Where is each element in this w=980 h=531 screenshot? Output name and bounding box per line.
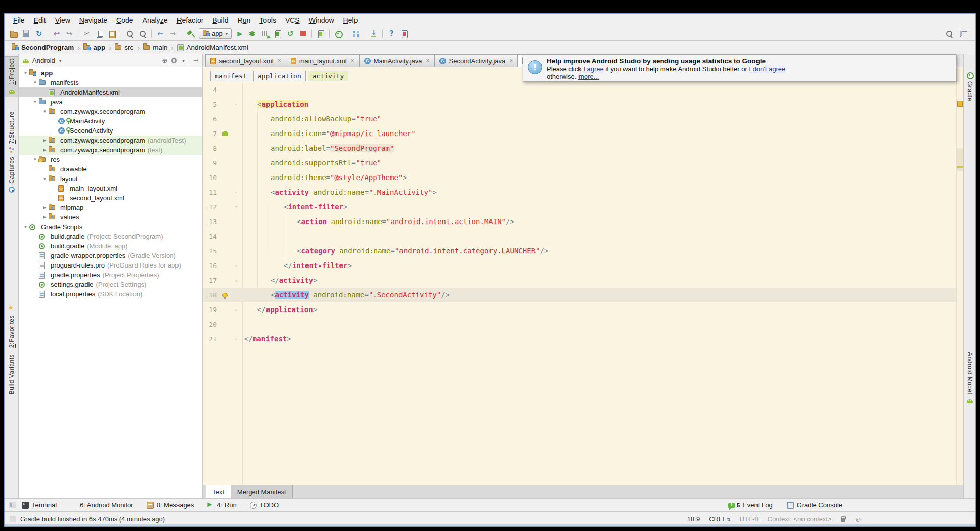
tree-item-drawable[interactable]: drawable [19,164,202,174]
editor-tab-mainactivity-java[interactable]: MainActivity.java× [359,54,435,67]
tree-chevron-icon[interactable]: ▶ [41,138,49,143]
error-stripe[interactable] [956,67,963,485]
fold-marker[interactable]: ▵ [232,258,241,273]
menu-item-edit[interactable]: Edit [29,15,51,26]
sdk-button[interactable] [368,28,380,40]
fold-marker[interactable]: ▵ [232,302,241,317]
sync-button[interactable] [33,28,45,40]
view-tab-merged-manifest[interactable]: Merged Manifest [231,485,293,498]
tree-item-settings-gradle-project-settings[interactable]: settings.gradle(Project Settings) [19,280,202,289]
fold-marker[interactable]: ▵ [232,273,241,288]
back-button[interactable] [154,28,166,40]
tool-window-6-android-monitor[interactable]: 6: Android Monitor [70,501,133,509]
notification-link-i-don-t-agree[interactable]: I don't agree [749,65,785,73]
xml-crumb-application[interactable]: application [253,71,306,81]
device-button[interactable] [398,28,410,40]
breadcrumb-secondprogram[interactable]: SecondProgram [10,43,76,51]
view-tab-text[interactable]: Text [206,485,231,498]
fold-marker[interactable]: ▿ [232,97,241,112]
collapse-all-icon[interactable]: ⊣ [193,57,199,64]
tool-window-0-messages[interactable]: 0: Messages [147,501,194,509]
breadcrumb-src[interactable]: src [113,43,136,51]
tree-item-com-zywwgx-secondprogram-test[interactable]: ▶com.zywwgx.secondprogram(test) [19,145,202,155]
breadcrumb-app[interactable]: app [81,43,107,51]
coverage-button[interactable] [259,28,271,40]
stop-button[interactable] [297,28,309,40]
tool-window-todo[interactable]: TODO [250,501,279,509]
menu-item-refactor[interactable]: Refactor [172,15,208,26]
line-ending-selector[interactable]: CRLF⇅ [709,515,731,523]
fold-marker[interactable]: ▵ [232,332,241,346]
editor-tab-main-layout-xml[interactable]: main_layout.xml× [286,54,360,67]
tree-chevron-icon[interactable]: ▼ [31,100,39,104]
menu-item-code[interactable]: Code [112,15,138,26]
tree-item-gradle-scripts[interactable]: ▼Gradle Scripts [19,222,202,232]
tool-window-button-2-favorites[interactable]: 2:Favorites [5,303,18,350]
tree-item-com-zywwgx-secondprogram-androidtest[interactable]: ▶com.zywwgx.secondprogram(androidTest) [19,136,202,145]
error-stripe-mark[interactable] [957,166,963,168]
menu-item-tools[interactable]: Tools [255,15,281,26]
breadcrumb-main[interactable]: main [141,43,169,51]
android-gutter-icon[interactable] [219,126,231,141]
debug-button[interactable] [246,28,258,40]
intention-bulb-icon[interactable] [219,288,231,302]
cut-button[interactable] [81,28,93,40]
tree-item-proguard-rules-pro-proguard-rules-for-app[interactable]: proguard-rules.pro(ProGuard Rules for ap… [19,260,202,270]
notification-link-i-agree[interactable]: I agree [583,65,603,73]
save-button[interactable] [20,28,32,40]
tree-item-gradle-properties-project-properties[interactable]: gradle.properties(Project Properties) [19,270,202,280]
tree-item-java[interactable]: ▼java [19,97,202,107]
tree-chevron-icon[interactable]: ▼ [41,176,49,181]
attach-button[interactable] [272,28,284,40]
fold-marker[interactable]: ▿ [232,185,241,200]
tool-window-quick-access-icon[interactable] [9,502,16,508]
tree-item-app[interactable]: ▼app [19,68,202,78]
error-stripe-warning-mark[interactable] [957,101,963,107]
menu-item-help[interactable]: Help [339,15,363,26]
tree-chevron-icon[interactable]: ▼ [22,71,29,75]
avd-button[interactable] [315,28,327,40]
tree-item-layout[interactable]: ▼layout [19,174,202,184]
structure-button[interactable] [350,28,362,40]
tool-window-terminal[interactable]: Terminal [22,501,57,509]
restart-button[interactable] [284,28,296,40]
tree-chevron-icon[interactable]: ▼ [41,109,49,114]
menu-item-file[interactable]: File [9,15,29,26]
breadcrumb-androidmanifest-xml[interactable]: AndroidManifest.xml [175,43,250,51]
tool-window-button-android-model[interactable]: Android Model [964,349,975,407]
panels-button[interactable] [957,28,969,40]
tree-chevron-icon[interactable]: ▶ [41,205,49,210]
redo-button[interactable] [63,28,75,40]
notification-link-more[interactable]: more... [578,73,599,80]
tree-chevron-icon[interactable]: ▼ [31,80,39,85]
tree-item-second-layout-xml[interactable]: second_layout.xml [19,193,202,203]
tool-window-button-build-variants[interactable]: Build Variants [5,351,18,397]
menu-item-run[interactable]: Run [233,15,255,26]
gear-icon[interactable] [171,58,177,63]
tree-chevron-icon[interactable]: ▶ [41,148,49,152]
tool-window-event-log[interactable]: 5Event Log [728,501,773,509]
tree-item-values[interactable]: ▶values [19,212,202,222]
tree-item-build-gradle-module-app[interactable]: build.gradle(Module: app) [19,241,202,251]
unlock-icon[interactable] [841,518,845,522]
undo-button[interactable] [51,28,63,40]
fold-marker[interactable]: ▿ [232,200,241,214]
close-icon[interactable]: × [509,57,513,64]
build-button[interactable] [185,28,197,40]
copy-button[interactable] [94,28,106,40]
menu-item-build[interactable]: Build [208,15,233,26]
locate-icon[interactable]: ⊕ [162,57,167,64]
menu-item-vcs[interactable]: VCS [281,15,304,26]
tree-chevron-icon[interactable]: ▼ [22,225,29,229]
tree-chevron-icon[interactable]: ▼ [31,157,39,162]
open-button[interactable] [8,28,20,40]
close-icon[interactable]: × [351,57,354,64]
xml-crumb-activity[interactable]: activity [308,71,349,81]
project-view-mode[interactable]: Android [32,57,55,64]
replace-button[interactable] [137,28,149,40]
tree-item-main-layout-xml[interactable]: main_layout.xml [19,184,202,193]
close-icon[interactable]: × [426,57,429,64]
tool-window-button-captures[interactable]: Captures [5,154,18,196]
tree-item-secondactivity[interactable]: SecondActivity [19,126,202,136]
tree-item-com-zywwgx-secondprogram[interactable]: ▼com.zywwgx.secondprogram [19,107,202,116]
